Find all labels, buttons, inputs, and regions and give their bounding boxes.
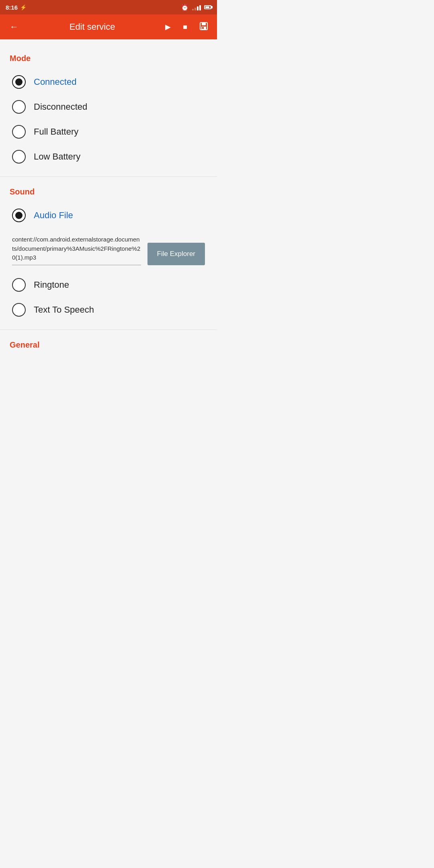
mode-fullbattery-item[interactable]: Full Battery xyxy=(0,119,217,144)
toolbar-actions: ▶ ■ xyxy=(163,19,211,35)
sound-audiofile-item[interactable]: Audio File xyxy=(0,203,217,228)
alarm-icon: ⏰ xyxy=(181,4,189,11)
mode-lowbattery-label: Low Battery xyxy=(34,151,80,162)
signal-bar-4 xyxy=(199,5,201,10)
audio-file-path[interactable]: content://com.android.externalstorage.do… xyxy=(12,235,141,265)
sound-tts-label: Text To Speech xyxy=(34,305,94,315)
mode-section-label: Mode xyxy=(0,47,217,66)
sound-radio-group-2: Ringtone Text To Speech xyxy=(0,269,217,326)
audio-file-input-wrap: content://com.android.externalstorage.do… xyxy=(12,235,141,265)
sound-ringtone-radio[interactable] xyxy=(12,278,26,292)
sound-tts-item[interactable]: Text To Speech xyxy=(0,297,217,322)
mode-disconnected-item[interactable]: Disconnected xyxy=(0,94,217,119)
signal-bar-2 xyxy=(194,8,196,10)
sound-audiofile-label: Audio File xyxy=(34,210,73,221)
sound-radio-group: Audio File xyxy=(0,200,217,231)
general-section-label: General xyxy=(0,334,217,353)
divider-1 xyxy=(0,176,217,177)
back-button[interactable]: ← xyxy=(6,18,22,35)
time-display: 8:16 xyxy=(6,4,18,11)
stop-button[interactable]: ■ xyxy=(180,20,190,34)
signal-bar-1 xyxy=(192,9,194,10)
mode-lowbattery-item[interactable]: Low Battery xyxy=(0,144,217,169)
status-bar: 8:16 ⚡ ⏰ xyxy=(0,0,217,14)
svg-rect-1 xyxy=(202,23,206,25)
mode-connected-label: Connected xyxy=(34,77,76,87)
divider-2 xyxy=(0,330,217,330)
save-button[interactable] xyxy=(197,19,211,35)
mode-disconnected-label: Disconnected xyxy=(34,102,87,112)
status-icons-area: ⏰ xyxy=(181,4,211,11)
svg-rect-3 xyxy=(202,27,204,29)
mode-lowbattery-radio[interactable] xyxy=(12,150,26,164)
mode-connected-radio[interactable] xyxy=(12,75,26,89)
battery-charging-icon: ⚡ xyxy=(20,4,27,10)
content-area: Mode Connected Disconnected Full Battery… xyxy=(0,39,217,361)
toolbar: ← Edit service ▶ ■ xyxy=(0,14,217,39)
battery-full-icon xyxy=(204,5,211,9)
file-explorer-button[interactable]: File Explorer xyxy=(147,243,205,265)
status-time-area: 8:16 ⚡ xyxy=(6,4,27,11)
page-title: Edit service xyxy=(28,22,156,32)
signal-icon xyxy=(192,4,201,10)
audio-file-row: content://com.android.externalstorage.do… xyxy=(0,231,217,269)
mode-radio-group: Connected Disconnected Full Battery Low … xyxy=(0,66,217,172)
mode-fullbattery-radio[interactable] xyxy=(12,125,26,139)
sound-ringtone-label: Ringtone xyxy=(34,280,69,290)
mode-disconnected-radio[interactable] xyxy=(12,100,26,114)
mode-connected-item[interactable]: Connected xyxy=(0,70,217,94)
sound-ringtone-item[interactable]: Ringtone xyxy=(0,272,217,297)
play-button[interactable]: ▶ xyxy=(163,20,173,34)
sound-audiofile-radio[interactable] xyxy=(12,209,26,222)
sound-section-label: Sound xyxy=(0,181,217,200)
save-icon xyxy=(199,22,208,31)
sound-tts-radio[interactable] xyxy=(12,303,26,317)
signal-bar-3 xyxy=(197,6,199,10)
mode-fullbattery-label: Full Battery xyxy=(34,127,78,137)
